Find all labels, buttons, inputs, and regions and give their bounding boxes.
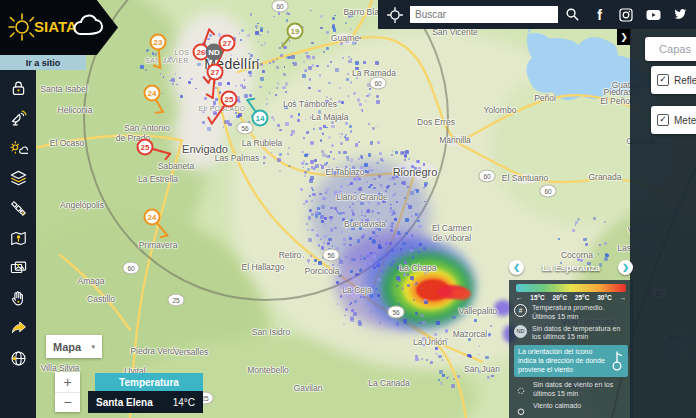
- map-type-dropdown[interactable]: Mapa ▾: [46, 335, 102, 358]
- zoom-control: + −: [55, 372, 80, 412]
- crosshair-icon[interactable]: [383, 3, 407, 27]
- share-icon[interactable]: [8, 318, 28, 338]
- satellite-icon[interactable]: [8, 198, 28, 218]
- legend-temp-icon: #: [514, 304, 527, 317]
- layer-label: Meteor: [674, 115, 696, 126]
- reflectivity-checkbox[interactable]: ✓: [657, 74, 669, 86]
- tooltip-station: Santa Elena: [96, 397, 153, 408]
- station-marker[interactable]: 23: [150, 34, 167, 51]
- sidebar: [0, 70, 36, 418]
- tooltip-header: Temperatura: [95, 373, 203, 391]
- legend-row: NDSin datos de temperatura en los último…: [514, 325, 628, 343]
- legend-panel: ←15°C20°C25°C30°C→ #Temperatura promedio…: [509, 280, 633, 418]
- youtube-icon[interactable]: [641, 3, 665, 27]
- instagram-icon[interactable]: [614, 3, 638, 27]
- twitter-icon[interactable]: [668, 3, 692, 27]
- map-type-label: Mapa: [53, 341, 81, 353]
- layer-label: Reflect: [674, 75, 696, 86]
- layer-item-reflectivity: ✓ Reflect: [651, 66, 696, 94]
- station-marker[interactable]: 27: [207, 64, 224, 81]
- legend-station-nav: ❮ La Esperanza ❯: [509, 259, 633, 276]
- scale-tick: 25°C: [575, 294, 590, 301]
- wind-calm-icon: [514, 402, 528, 416]
- legend-row-text: Viento calmado: [533, 402, 581, 411]
- images-icon[interactable]: [8, 258, 28, 278]
- map-pin-icon[interactable]: [8, 228, 28, 248]
- legend-row-text: Temperatura promedio. Últimos 15 min: [532, 304, 628, 322]
- next-station-button[interactable]: ❯: [618, 260, 633, 275]
- scale-tick: 30°C: [597, 294, 612, 301]
- scale-tick: 20°C: [553, 294, 568, 301]
- station-marker[interactable]: 19: [287, 23, 304, 40]
- temperature-scale: ←15°C20°C25°C30°C→: [516, 294, 626, 301]
- station-marker[interactable]: 25: [221, 91, 238, 108]
- globe-icon[interactable]: [8, 348, 28, 368]
- layers-icon[interactable]: [8, 168, 28, 188]
- search-icon[interactable]: [561, 3, 585, 27]
- search-input[interactable]: [410, 6, 558, 23]
- legend-row-text: Sin datos de viento en los últimos 15 mi…: [533, 381, 628, 399]
- wind-note-text: La orientación del ícono indica la direc…: [518, 348, 606, 374]
- station-marker[interactable]: 24: [144, 85, 161, 102]
- wind-direction-icon: [610, 350, 624, 372]
- layers-panel: Capas ✓ Reflect ✓ Meteor: [630, 29, 696, 418]
- legend-row: Sin datos de viento en los últimos 15 mi…: [514, 381, 628, 399]
- lock-icon[interactable]: [8, 78, 28, 98]
- chevron-down-icon: ▾: [91, 343, 95, 351]
- hand-icon[interactable]: [8, 288, 28, 308]
- zoom-in-button[interactable]: +: [55, 372, 80, 393]
- legend-row-text: Sin datos de temperatura en los últimos …: [532, 325, 628, 343]
- legend-station-name: La Esperanza: [542, 263, 600, 273]
- station-marker[interactable]: 24: [144, 209, 161, 226]
- scale-tick: 15°C: [530, 294, 545, 301]
- legend-row: Viento calmado: [514, 402, 628, 416]
- sun-cloud-icon[interactable]: [8, 138, 28, 158]
- satellite-dish-icon[interactable]: [8, 108, 28, 128]
- go-to-site-button[interactable]: Ir a sitio: [0, 55, 86, 70]
- station-marker[interactable]: 25: [137, 139, 154, 156]
- siata-logo[interactable]: SIATA: [0, 0, 118, 55]
- top-bar: f: [378, 0, 696, 29]
- station-marker[interactable]: 14: [252, 110, 269, 127]
- prev-station-button[interactable]: ❮: [509, 260, 524, 275]
- app: MedellínEnvigadoRionegroSAN JAVIERLOSEL …: [0, 0, 696, 418]
- logo-text: SIATA: [34, 18, 77, 35]
- station-marker[interactable]: 27: [219, 35, 236, 52]
- temperature-gradient-bar: [516, 284, 626, 292]
- layers-panel-title[interactable]: Capas: [645, 37, 696, 61]
- scale-tick: →: [619, 294, 626, 301]
- zoom-out-button[interactable]: −: [55, 393, 80, 413]
- scale-tick: ←: [516, 294, 523, 301]
- legend-temp-icon: ND: [514, 325, 527, 338]
- facebook-icon[interactable]: f: [588, 3, 612, 27]
- panel-collapse-button[interactable]: ❯: [617, 29, 631, 45]
- meteograms-checkbox[interactable]: ✓: [657, 114, 669, 126]
- legend-row: #Temperatura promedio. Últimos 15 min: [514, 304, 628, 322]
- wind-nodata-icon: [514, 381, 528, 395]
- tooltip-body: Santa Elena 14°C: [88, 391, 203, 413]
- layer-item-meteograms: ✓ Meteor: [651, 106, 696, 134]
- tooltip-value: 14°C: [173, 397, 195, 408]
- wind-note: La orientación del ícono indica la direc…: [514, 345, 628, 377]
